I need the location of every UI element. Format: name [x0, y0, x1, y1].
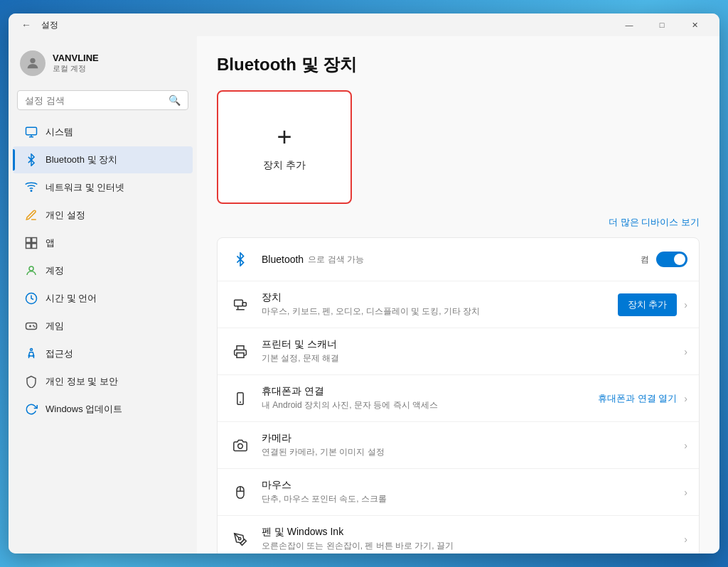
camera-row-icon	[229, 434, 252, 457]
sidebar-item-label-system: 시스템	[46, 126, 73, 139]
devices-row-title: 장치	[262, 291, 608, 304]
camera-row-title: 카메라	[262, 432, 674, 445]
pen-chevron-icon: ›	[684, 534, 687, 545]
bluetooth-row-right: 켬	[641, 252, 687, 267]
sidebar: VANVLINE 로컬 계정 🔍 시스템Bluetooth 및 장치네트워크 및…	[9, 36, 197, 554]
sidebar-item-label-apps: 앱	[46, 237, 55, 249]
nav-list: 시스템Bluetooth 및 장치네트워크 및 인터넷개인 설정앱계정시간 및 …	[9, 119, 197, 423]
svg-rect-7	[26, 244, 31, 249]
mouse-row-icon	[229, 481, 252, 504]
time-nav-icon	[24, 291, 38, 306]
page-title: Bluetooth 및 장치	[217, 53, 700, 76]
more-devices-anchor[interactable]: 더 많은 디바이스 보기	[609, 217, 700, 227]
title-bar-left: ← 설정	[17, 18, 58, 32]
user-info: VANVLINE 로컬 계정	[53, 53, 99, 74]
main-content: Bluetooth 및 장치 + 장치 추가 더 많은 디바이스 보기 Blue…	[197, 36, 719, 554]
devices-chevron-icon: ›	[684, 299, 687, 310]
user-section: VANVLINE 로컬 계정	[9, 42, 197, 87]
phone-row-icon	[229, 387, 252, 410]
sidebar-item-label-gaming: 게임	[46, 320, 64, 333]
phone-link[interactable]: 휴대폰과 연결 열기	[598, 392, 677, 405]
devices-add-button[interactable]: 장치 추가	[618, 293, 678, 316]
bluetooth-title: Bluetooth	[262, 254, 304, 265]
devices-row-icon	[229, 293, 252, 316]
phone-row-title: 휴대폰과 연결	[262, 385, 588, 398]
settings-card: Bluetooth으로 검색 가능켬장치마우스, 키보드, 펜, 오디오, 디스…	[217, 237, 700, 554]
printer-row-text: 프린터 및 스캐너기본 설정, 문제 해결	[262, 338, 674, 364]
settings-row-camera[interactable]: 카메라연결된 카메라, 기본 이미지 설정›	[218, 422, 699, 469]
camera-row-text: 카메라연결된 카메라, 기본 이미지 설정	[262, 432, 674, 458]
printer-row-icon	[229, 340, 252, 363]
plus-icon: +	[277, 122, 291, 152]
camera-row-subtitle: 연결된 카메라, 기본 이미지 설정	[262, 446, 674, 458]
accessibility-nav-icon	[24, 347, 38, 361]
mouse-chevron-icon: ›	[684, 487, 687, 498]
content-area: VANVLINE 로컬 계정 🔍 시스템Bluetooth 및 장치네트워크 및…	[9, 36, 719, 554]
phone-row-text: 휴대폰과 연결내 Android 장치의 사진, 문자 등에 즉시 액세스	[262, 385, 588, 411]
maximize-button[interactable]: □	[646, 14, 678, 36]
sidebar-item-update[interactable]: Windows 업데이트	[13, 396, 193, 423]
svg-rect-6	[32, 238, 37, 243]
sidebar-item-apps[interactable]: 앱	[13, 230, 193, 256]
back-button[interactable]: ←	[17, 18, 36, 32]
account-nav-icon	[24, 264, 38, 278]
sidebar-item-personal[interactable]: 개인 설정	[13, 202, 193, 229]
sidebar-item-gaming[interactable]: 게임	[13, 313, 193, 340]
update-nav-icon	[24, 402, 38, 416]
privacy-nav-icon	[24, 374, 38, 389]
minimize-button[interactable]: —	[613, 14, 646, 36]
svg-rect-5	[26, 238, 31, 243]
settings-row-phone[interactable]: 휴대폰과 연결내 Android 장치의 사진, 문자 등에 즉시 액세스휴대폰…	[218, 375, 699, 422]
search-icon: 🔍	[168, 94, 181, 106]
sidebar-item-time[interactable]: 시간 및 언어	[13, 285, 193, 312]
phone-chevron-icon: ›	[684, 393, 687, 404]
pen-row-icon	[229, 528, 252, 551]
camera-chevron-icon: ›	[684, 440, 687, 451]
settings-row-pen[interactable]: 펜 및 Windows Ink오른손잡이 또는 왼손잡이, 펜 버튼 바로 가기…	[218, 516, 699, 554]
devices-row-right: 장치 추가›	[618, 293, 687, 316]
camera-row-right: ›	[684, 440, 687, 451]
settings-row-devices[interactable]: 장치마우스, 키보드, 펜, 오디오, 디스플레이 및 도킹, 기타 장치장치 …	[218, 281, 699, 328]
add-device-label: 장치 추가	[263, 159, 306, 172]
search-input[interactable]	[25, 95, 164, 106]
printer-row-right: ›	[684, 346, 687, 357]
window-title: 설정	[41, 19, 58, 31]
settings-row-bluetooth[interactable]: Bluetooth으로 검색 가능켬	[218, 238, 699, 281]
sidebar-item-label-privacy: 개인 정보 및 보안	[46, 375, 118, 388]
sidebar-item-label-update: Windows 업데이트	[46, 403, 122, 416]
mouse-row-title: 마우스	[262, 479, 674, 492]
gaming-nav-icon	[24, 319, 38, 333]
sidebar-item-label-time: 시간 및 언어	[46, 292, 97, 305]
svg-rect-8	[32, 244, 37, 249]
mouse-row-text: 마우스단추, 마우스 포인터 속도, 스크롤	[262, 479, 674, 505]
sidebar-item-bluetooth[interactable]: Bluetooth 및 장치	[13, 146, 193, 173]
close-button[interactable]: ✕	[678, 14, 711, 36]
svg-rect-18	[242, 302, 246, 306]
pen-row-subtitle: 오른손잡이 또는 왼손잡이, 펜 버튼 바로 가기, 끌기	[262, 540, 674, 552]
sidebar-item-label-accessibility: 접근성	[46, 347, 73, 360]
sidebar-item-label-network: 네트워크 및 인터넷	[46, 181, 124, 194]
sidebar-item-account[interactable]: 계정	[13, 257, 193, 284]
settings-row-mouse[interactable]: 마우스단추, 마우스 포인터 속도, 스크롤›	[218, 469, 699, 516]
add-device-card[interactable]: + 장치 추가	[217, 90, 352, 204]
user-name: VANVLINE	[53, 53, 99, 63]
sidebar-item-network[interactable]: 네트워크 및 인터넷	[13, 174, 193, 201]
svg-point-24	[238, 443, 243, 448]
sidebar-item-accessibility[interactable]: 접근성	[13, 340, 193, 367]
phone-row-subtitle: 내 Android 장치의 사진, 문자 등에 즉시 액세스	[262, 399, 588, 411]
phone-row-right: 휴대폰과 연결 열기›	[598, 392, 687, 405]
devices-row-text: 장치마우스, 키보드, 펜, 오디오, 디스플레이 및 도킹, 기타 장치	[262, 291, 608, 318]
bluetooth-searchable: 으로 검색 가능	[308, 254, 364, 266]
sidebar-item-privacy[interactable]: 개인 정보 및 보안	[13, 368, 193, 395]
settings-row-printer[interactable]: 프린터 및 스캐너기본 설정, 문제 해결›	[218, 328, 699, 375]
search-box[interactable]: 🔍	[17, 90, 188, 110]
title-bar: ← 설정 — □ ✕	[9, 14, 719, 36]
svg-point-15	[34, 326, 35, 327]
sidebar-item-system[interactable]: 시스템	[13, 119, 193, 146]
bluetooth-toggle[interactable]	[656, 252, 687, 267]
window-controls: — □ ✕	[613, 14, 711, 36]
pen-row-title: 펜 및 Windows Ink	[262, 526, 674, 539]
mouse-row-subtitle: 단추, 마우스 포인터 속도, 스크롤	[262, 493, 674, 505]
settings-window: ← 설정 — □ ✕ VANVLINE 로컬 계정	[9, 14, 719, 554]
svg-point-4	[31, 190, 32, 192]
